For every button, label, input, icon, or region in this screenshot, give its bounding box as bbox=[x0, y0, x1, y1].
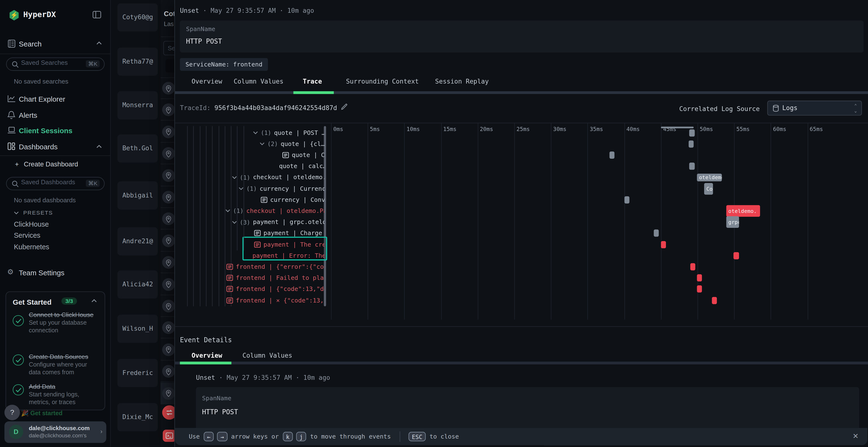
span-duration-bar[interactable] bbox=[690, 263, 695, 271]
saved-dashboards-input[interactable] bbox=[21, 179, 82, 185]
sidebar-item-clickhouse[interactable]: ClickHouse bbox=[14, 220, 49, 228]
session-event-row[interactable] bbox=[161, 121, 175, 143]
session-list-item[interactable]: Alicia42 bbox=[117, 271, 158, 299]
tab-column-values[interactable]: Column Values bbox=[234, 77, 283, 85]
trace-tree-row[interactable]: quote | C… bbox=[186, 149, 324, 161]
sidebar-item-kubernetes[interactable]: Kubernetes bbox=[14, 243, 49, 251]
trace-tree-row[interactable]: (1)currency | Currenc… bbox=[186, 183, 324, 194]
session-event-row[interactable] bbox=[161, 165, 175, 186]
events-filter-button[interactable] bbox=[165, 59, 175, 72]
tab-session-replay[interactable]: Session Replay bbox=[435, 77, 489, 85]
span-duration-bar[interactable] bbox=[734, 252, 739, 259]
session-list-item[interactable]: Abbigail bbox=[117, 181, 158, 209]
span-duration-bar[interactable]: Co bbox=[704, 183, 713, 194]
tab-overview[interactable]: Overview bbox=[191, 77, 222, 85]
trace-tree-row[interactable]: payment | Error: The … bbox=[186, 250, 324, 261]
event-details-tab-column-values[interactable]: Column Values bbox=[243, 352, 292, 359]
correlated-log-source-select[interactable]: Logs ⌃⌄ bbox=[767, 101, 862, 115]
edit-icon[interactable] bbox=[340, 103, 348, 110]
trace-tree-row[interactable]: (1)checkout | oteldemo.… bbox=[186, 172, 324, 183]
tab-surrounding-context[interactable]: Surrounding Context bbox=[346, 77, 419, 85]
span-duration-bar[interactable] bbox=[697, 274, 702, 281]
span-duration-bar[interactable] bbox=[661, 241, 666, 248]
session-event-row[interactable] bbox=[161, 360, 175, 382]
span-duration-bar[interactable] bbox=[697, 285, 702, 293]
tab-trace[interactable]: Trace bbox=[303, 77, 322, 85]
chevron-down-icon[interactable] bbox=[253, 131, 258, 134]
sidebar-collapse-icon[interactable] bbox=[92, 10, 101, 19]
session-event-row[interactable] bbox=[161, 317, 175, 339]
session-event-row[interactable] bbox=[161, 208, 175, 230]
session-list-item[interactable]: Coty60@g bbox=[117, 3, 158, 32]
session-event-row[interactable] bbox=[161, 274, 175, 295]
span-duration-bar[interactable]: oteldemo. bbox=[726, 205, 760, 217]
trace-tree-row[interactable]: (2)quote | {cl… bbox=[186, 138, 324, 149]
span-duration-bar[interactable] bbox=[689, 129, 694, 136]
session-list-item[interactable]: Monserra bbox=[117, 91, 158, 119]
sidebar-item-team-settings[interactable]: ⚙ Team Settings bbox=[0, 267, 110, 279]
navigation-event-icon[interactable] bbox=[162, 405, 175, 420]
get-started-header[interactable]: Get Started 3/3 bbox=[13, 297, 99, 308]
session-list-item[interactable]: Dixie_Mc bbox=[117, 403, 158, 431]
span-duration-bar[interactable] bbox=[712, 297, 717, 304]
span-duration-bar[interactable] bbox=[653, 230, 658, 237]
sidebar-item-client-sessions[interactable]: Client Sessions bbox=[0, 125, 110, 137]
session-list-item[interactable]: Andre21@ bbox=[117, 227, 158, 255]
trace-tree-row[interactable]: frontend | {"error":{"code… bbox=[186, 261, 324, 272]
close-icon[interactable]: ✕ bbox=[852, 432, 859, 440]
session-event-row[interactable] bbox=[161, 143, 175, 165]
session-event-row[interactable] bbox=[161, 77, 175, 99]
get-started-item[interactable]: Connect to ClickHouseSet up your databas… bbox=[13, 311, 100, 335]
session-event-row[interactable] bbox=[161, 252, 175, 273]
chevron-up-icon[interactable] bbox=[96, 145, 102, 148]
chevron-down-icon[interactable] bbox=[239, 187, 244, 190]
create-dashboard-button[interactable]: +Create Dashboard bbox=[15, 161, 78, 168]
trace-tree-row[interactable]: payment | The cre… bbox=[186, 239, 324, 250]
span-duration-bar[interactable] bbox=[610, 151, 615, 159]
chevron-up-icon[interactable] bbox=[96, 41, 102, 45]
session-list-item[interactable]: Retha77@ bbox=[117, 47, 158, 76]
trace-tree-row[interactable]: payment | Charge … bbox=[186, 228, 324, 239]
saved-dashboards-search[interactable]: ⌘K bbox=[6, 177, 105, 190]
session-event-row[interactable] bbox=[161, 295, 175, 317]
sidebar-item-services[interactable]: Services bbox=[14, 232, 40, 239]
span-duration-bar[interactable] bbox=[689, 163, 694, 170]
chevron-down-icon[interactable] bbox=[232, 176, 237, 179]
get-started-item[interactable]: Create Data SourcesConfigure where your … bbox=[13, 353, 100, 377]
saved-searches-search[interactable]: ⌘K bbox=[6, 58, 105, 71]
session-event-row[interactable] bbox=[161, 186, 175, 208]
span-duration-bar[interactable]: oteldemo. bbox=[697, 173, 722, 181]
span-duration-bar[interactable]: grpc bbox=[726, 216, 739, 228]
session-event-row[interactable] bbox=[161, 99, 175, 121]
presets-toggle[interactable]: PRESETS bbox=[14, 209, 53, 215]
span-duration-bar[interactable] bbox=[689, 140, 694, 147]
session-event-row[interactable] bbox=[161, 339, 175, 360]
sidebar-item-chart-explorer[interactable]: Chart Explorer bbox=[0, 94, 110, 106]
session-event-row[interactable] bbox=[161, 382, 175, 404]
session-list-item[interactable]: Wilson_H bbox=[117, 314, 158, 343]
user-menu[interactable]: D dale@clickhouse.com dale@clickhouse.co… bbox=[4, 421, 106, 443]
get-started-item[interactable]: Add DataStart sending logs, metrics, or … bbox=[13, 383, 100, 407]
trace-tree-row[interactable]: currency | Conv… bbox=[186, 194, 324, 205]
help-button[interactable]: ? bbox=[4, 405, 20, 420]
search-section-header[interactable]: Search bbox=[0, 39, 110, 51]
sidebar-item-dashboards[interactable]: Dashboards bbox=[0, 141, 110, 153]
chevron-up-icon[interactable] bbox=[91, 299, 97, 303]
trace-tree-row[interactable]: frontend | × {"code":13,"d… bbox=[186, 295, 324, 306]
saved-searches-input[interactable] bbox=[21, 59, 82, 66]
service-name-chip[interactable]: ServiceName: frontend bbox=[180, 58, 268, 71]
sidebar-item-alerts[interactable]: Alerts bbox=[0, 110, 110, 122]
trace-tree-row[interactable]: frontend | {"code":13,"det… bbox=[186, 283, 324, 295]
chevron-down-icon[interactable] bbox=[260, 142, 265, 145]
trace-tree-row[interactable]: (1)quote | POST … bbox=[186, 127, 324, 138]
trace-tree-row[interactable]: frontend | Failed to place… bbox=[186, 272, 324, 283]
session-list-item[interactable]: Frederic bbox=[117, 359, 158, 387]
trace-tree-row[interactable]: (1)checkout | oteldemo.Pa… bbox=[186, 205, 324, 216]
trace-tree-row[interactable]: (3)payment | grpc.oteld… bbox=[186, 216, 324, 228]
chevron-down-icon[interactable] bbox=[225, 209, 230, 213]
trace-tree-row[interactable]: quote | calc… bbox=[186, 161, 324, 172]
events-search-input[interactable]: Se bbox=[163, 41, 175, 56]
console-error-icon[interactable] bbox=[163, 429, 175, 442]
span-duration-bar[interactable] bbox=[624, 196, 629, 203]
session-event-row[interactable] bbox=[161, 230, 175, 252]
